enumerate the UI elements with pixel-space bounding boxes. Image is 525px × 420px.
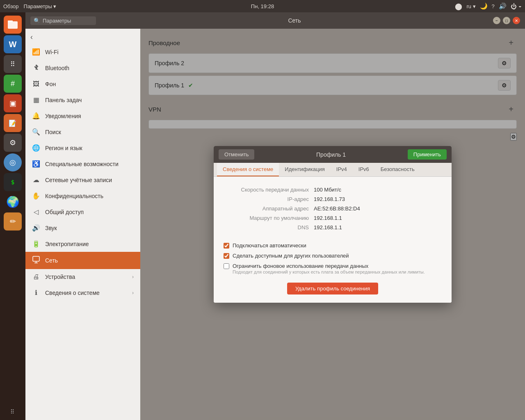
info-row-ip: IP-адрес 192.168.1.73	[224, 194, 442, 204]
sidebar-item-notifications[interactable]: 🔔 Уведомления	[25, 108, 140, 124]
modal-titlebar: Отменить Профиль 1 Применить	[214, 146, 452, 163]
dock-apps-grid[interactable]: ⠿	[10, 409, 15, 415]
accessibility-icon: ♿	[32, 160, 40, 168]
checkbox-allusers-row: Сделать доступным для других пользовател…	[224, 251, 442, 261]
dock-chromium[interactable]: ◎	[4, 153, 22, 171]
night-mode-icon[interactable]: 🌙	[480, 2, 488, 10]
dock-apps[interactable]: ⠿	[4, 55, 22, 73]
main-layout: W ⠿ # ▣ 📝 ⚙ ◎ $ 🌍 ✏ ⠿	[0, 12, 525, 420]
autoconnect-checkbox[interactable]	[224, 243, 229, 249]
region-icon: 🌐	[32, 144, 40, 152]
settings-window: 🔍 Параметры Сеть − □ ✕ ‹ 📶 Wi-Fi	[25, 12, 525, 420]
topbar-left: Обзор Параметры ▾	[3, 3, 56, 9]
modal-cancel-button[interactable]: Отменить	[219, 149, 254, 160]
sidebar-item-sound[interactable]: 🔊 Звук	[25, 220, 140, 236]
sidebar-item-accessibility[interactable]: ♿ Специальные возможности	[25, 156, 140, 172]
search-icon: 🔍	[34, 18, 40, 24]
dock-impress[interactable]: ▣	[4, 94, 22, 112]
help-icon[interactable]: ?	[492, 3, 495, 9]
devices-arrow: ›	[132, 274, 134, 280]
sidebar-item-background[interactable]: 🖼 Фон	[25, 76, 140, 92]
settings-titlebar: 🔍 Параметры Сеть − □ ✕	[25, 12, 525, 29]
topbar-datetime: Пн, 19:28	[251, 3, 274, 9]
dock-texteditor[interactable]: 📝	[4, 114, 22, 132]
overview-label[interactable]: Обзор	[3, 3, 19, 9]
dock-writer[interactable]: W	[4, 35, 22, 53]
allusers-checkbox[interactable]	[224, 253, 229, 259]
modal-content: Скорость передачи данных 100 Мбит/с IP-а…	[214, 177, 452, 303]
limitbg-label[interactable]: Ограничить фоновое использование передач…	[233, 263, 368, 269]
dock-calc[interactable]: #	[4, 75, 22, 93]
modal-tabs: Сведения о системе Идентификация IPv4 IP…	[214, 163, 452, 177]
allusers-label[interactable]: Сделать доступным для других пользовател…	[233, 253, 349, 259]
dock-earth[interactable]: 🌍	[4, 193, 22, 211]
tab-ipv6[interactable]: IPv6	[353, 163, 375, 176]
sharing-icon: ◁	[32, 208, 40, 216]
sidebar-item-sharing[interactable]: ◁ Общий доступ	[25, 204, 140, 220]
profile-modal: Отменить Профиль 1 Применить Сведения о …	[214, 146, 452, 303]
about-arrow: ›	[132, 290, 134, 296]
sidebar-item-accounts-label: Сетевые учётные записи	[45, 177, 112, 183]
modal-apply-button[interactable]: Применить	[408, 149, 447, 160]
language-selector[interactable]: ru ▾	[466, 3, 475, 9]
delete-profile-button[interactable]: Удалить профиль соединения	[287, 283, 378, 294]
search-box[interactable]: 🔍 Параметры	[30, 16, 96, 25]
tab-security[interactable]: Безопасность	[375, 163, 420, 176]
sidebar-item-region-label: Регион и язык	[45, 145, 82, 151]
dock-notes[interactable]: ✏	[4, 212, 22, 231]
sidebar-item-sound-label: Звук	[45, 225, 57, 231]
dns-value: 192.168.1.1	[314, 224, 342, 231]
modal-overlay: Отменить Профиль 1 Применить Сведения о …	[140, 29, 525, 420]
sidebar-item-wifi[interactable]: 📶 Wi-Fi	[25, 44, 140, 60]
info-row-mac: Аппаратный адрес AE:52:6B:88:B2:D4	[224, 204, 442, 213]
info-row-speed: Скорость передачи данных 100 Мбит/с	[224, 185, 442, 194]
sidebar-back-button[interactable]: ‹	[25, 30, 140, 44]
tab-ipv4[interactable]: IPv4	[331, 163, 353, 176]
bluetooth-icon	[32, 64, 40, 72]
power-icon: 🔋	[32, 240, 40, 248]
sidebar-item-about[interactable]: ℹ Сведения о системе ›	[25, 285, 140, 301]
privacy-icon: ✋	[32, 192, 40, 200]
sidebar-item-privacy-label: Конфиденциальность	[45, 193, 103, 199]
sidebar-item-about-label: Сведения о системе	[45, 290, 100, 296]
sidebar-item-accounts[interactable]: ☁ Сетевые учётные записи	[25, 172, 140, 188]
settings-sidebar: ‹ 📶 Wi-Fi Bluetooth 🖼 Фон ▦ Па	[25, 29, 140, 420]
sidebar-item-power[interactable]: 🔋 Электропитание	[25, 236, 140, 252]
notifications-icon: 🔔	[32, 112, 40, 120]
dock-terminal[interactable]: $	[4, 173, 22, 191]
settings-body: ‹ 📶 Wi-Fi Bluetooth 🖼 Фон ▦ Па	[25, 29, 525, 420]
tab-identity[interactable]: Идентификация	[279, 163, 330, 176]
sidebar-item-power-label: Электропитание	[45, 241, 89, 247]
sidebar-item-region[interactable]: 🌐 Регион и язык	[25, 140, 140, 156]
sidebar-item-search[interactable]: 🔍 Поиск	[25, 124, 140, 140]
volume-icon[interactable]: 🔊	[499, 2, 507, 10]
power-menu-icon[interactable]: ⏻ ▾	[511, 3, 522, 10]
dock-settings[interactable]: ⚙	[4, 134, 22, 152]
accounts-icon: ☁	[32, 176, 40, 184]
mac-value: AE:52:6B:88:B2:D4	[314, 205, 360, 212]
limitbg-checkbox[interactable]	[224, 263, 229, 269]
sidebar-item-devices[interactable]: 🖨 Устройства ›	[25, 269, 140, 285]
tab-sysinfo[interactable]: Сведения о системе	[217, 163, 279, 176]
close-button[interactable]: ✕	[513, 17, 520, 24]
sidebar-item-background-label: Фон	[45, 81, 56, 87]
maximize-button[interactable]: □	[503, 17, 510, 24]
sidebar-item-privacy[interactable]: ✋ Конфиденциальность	[25, 188, 140, 204]
dock-files[interactable]	[4, 16, 22, 34]
autoconnect-label[interactable]: Подключаться автоматически	[233, 242, 306, 249]
search-settings-icon: 🔍	[32, 128, 40, 136]
settings-menu[interactable]: Параметры ▾	[24, 3, 57, 9]
ip-value: 192.168.1.73	[314, 196, 345, 202]
gateway-label: Маршрут по умолчанию	[224, 215, 314, 221]
sidebar-item-search-label: Поиск	[45, 129, 61, 135]
ip-label: IP-адрес	[224, 196, 314, 202]
minimize-button[interactable]: −	[493, 17, 500, 24]
window-controls: − □ ✕	[493, 17, 520, 24]
svg-rect-1	[8, 21, 13, 22]
taskbar-icon: ▦	[32, 96, 40, 104]
sidebar-item-bluetooth[interactable]: Bluetooth	[25, 60, 140, 76]
sidebar-item-network[interactable]: Сеть	[25, 252, 140, 269]
speed-value: 100 Мбит/с	[314, 187, 341, 193]
checkbox-autoconnect-row: Подключаться автоматически	[224, 240, 442, 251]
sidebar-item-taskbar[interactable]: ▦ Панель задач	[25, 92, 140, 108]
